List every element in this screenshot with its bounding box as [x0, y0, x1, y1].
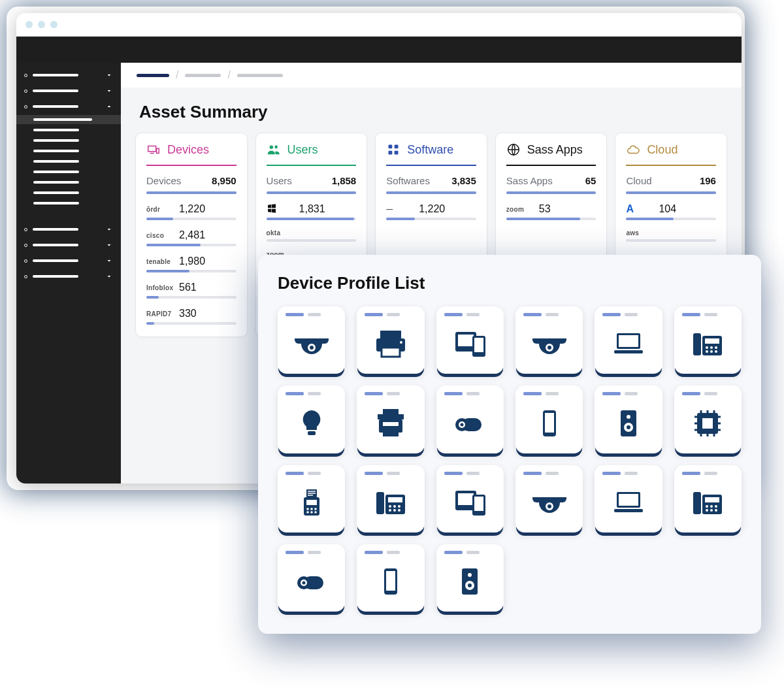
- card-row: ōrdr1,220: [146, 203, 237, 215]
- phone-desk-icon: [365, 479, 416, 526]
- window-dot[interactable]: [38, 21, 45, 28]
- profile-card-chip[interactable]: [674, 385, 742, 453]
- camera-bullet-icon: [286, 558, 337, 605]
- sidebar-item[interactable]: [16, 254, 121, 268]
- sidebar-item[interactable]: [16, 269, 121, 284]
- device-profile-panel: Device Profile List: [258, 255, 761, 634]
- vendor-logo: [267, 203, 293, 215]
- profile-card-bulb[interactable]: [278, 385, 345, 453]
- profile-card-smartphone[interactable]: [357, 544, 424, 612]
- mfp-icon: [365, 399, 416, 446]
- profile-card-camera-bullet[interactable]: [278, 544, 345, 612]
- row-value: 104: [659, 203, 676, 215]
- laptop-icon: [602, 479, 654, 526]
- page-title: Asset Summary: [121, 88, 742, 133]
- row-value: 2,481: [179, 229, 205, 241]
- chevron-up-icon: [105, 103, 113, 110]
- profile-card-mfp[interactable]: [357, 385, 424, 453]
- sidebar-item[interactable]: [16, 157, 121, 166]
- vendor-logo: tenable: [146, 258, 172, 265]
- vendor-logo: —: [386, 206, 412, 213]
- desktop-icon: [444, 320, 496, 367]
- sidebar-item[interactable]: [16, 136, 121, 145]
- breadcrumb-segment[interactable]: [237, 74, 283, 77]
- profile-card-camera-dome[interactable]: [278, 306, 345, 374]
- sidebar-item[interactable]: [16, 125, 121, 135]
- svg-rect-3: [395, 151, 399, 155]
- window-dot[interactable]: [25, 21, 33, 28]
- svg-rect-2: [389, 151, 393, 155]
- profile-card-camera-bullet[interactable]: [436, 385, 504, 453]
- vendor-logo: RAPID7: [146, 310, 172, 318]
- camera-bullet-icon: [444, 399, 496, 446]
- card-row: 1,831: [267, 203, 357, 215]
- phone-desk-icon: [682, 479, 734, 526]
- sidebar-item[interactable]: [16, 238, 121, 252]
- row-value: 1,220: [419, 203, 445, 215]
- window-dot[interactable]: [50, 21, 57, 28]
- pos-icon: [286, 479, 337, 526]
- smartphone-icon: [365, 558, 416, 605]
- profile-card-laptop[interactable]: [595, 465, 662, 532]
- card-title: Sass Apps: [527, 143, 583, 157]
- profile-card-pos[interactable]: [278, 465, 345, 532]
- sidebar-item[interactable]: [16, 68, 121, 82]
- vendor-logo: aws: [626, 229, 652, 237]
- vendor-logo: cisco: [146, 232, 172, 239]
- sidebar-item[interactable]: [16, 99, 121, 114]
- users-icon: [267, 142, 281, 157]
- svg-rect-1: [395, 145, 399, 149]
- profile-card-camera-dome[interactable]: [515, 306, 583, 374]
- card-title: Devices: [167, 143, 209, 157]
- topbar: [16, 37, 742, 63]
- sidebar-item[interactable]: [16, 188, 121, 197]
- sidebar-item[interactable]: [16, 199, 121, 208]
- profile-card-phone-desk[interactable]: [357, 465, 424, 532]
- profile-card-laptop[interactable]: [595, 306, 662, 374]
- sidebar-item[interactable]: [16, 178, 121, 187]
- vendor-logo: okta: [267, 229, 293, 237]
- sidebar-item[interactable]: [16, 115, 121, 124]
- vendor-logo: Infoblox: [146, 284, 172, 291]
- sidebar-item[interactable]: [16, 222, 121, 237]
- card-row: Infoblox561: [146, 282, 237, 293]
- speaker-icon: [444, 558, 496, 605]
- sidebar-item[interactable]: [16, 146, 121, 156]
- row-value: 1,220: [179, 203, 205, 215]
- chevron-down-icon: [105, 71, 113, 79]
- profile-card-printer[interactable]: [357, 306, 424, 374]
- sidebar-item[interactable]: [16, 167, 121, 176]
- chevron-down-icon: [105, 87, 113, 95]
- card-row: okta: [267, 229, 357, 237]
- globe-icon: [506, 142, 521, 157]
- profile-card-speaker[interactable]: [595, 385, 662, 453]
- profile-card-phone-desk[interactable]: [674, 465, 742, 532]
- software-icon: [386, 142, 400, 157]
- profile-card-phone-desk[interactable]: [674, 306, 742, 374]
- profile-card-speaker[interactable]: [436, 544, 504, 612]
- laptop-icon: [602, 320, 654, 367]
- printer-icon: [365, 320, 416, 367]
- card-title: Users: [287, 143, 318, 157]
- card-row: tenable1,980: [146, 255, 237, 267]
- panel-title: Device Profile List: [278, 273, 742, 293]
- card-row: cisco2,481: [146, 229, 237, 241]
- card-devices[interactable]: Devices Devices8,950 ōrdr1,220cisco2,481…: [135, 133, 248, 337]
- devices-icon: [146, 142, 161, 157]
- profile-card-desktop[interactable]: [436, 465, 504, 532]
- breadcrumb-segment[interactable]: [185, 74, 221, 77]
- sidebar-item[interactable]: [16, 84, 121, 98]
- vendor-logo: zoom: [506, 206, 532, 213]
- smartphone-icon: [523, 399, 575, 446]
- card-row: RAPID7330: [146, 308, 237, 319]
- vendor-logo: ōrdr: [146, 206, 172, 213]
- breadcrumb-segment[interactable]: [137, 74, 169, 77]
- card-title: Software: [407, 143, 453, 157]
- chip-icon: [682, 399, 734, 446]
- sidebar: [16, 63, 121, 483]
- row-value: 561: [179, 282, 197, 293]
- profile-card-desktop[interactable]: [436, 306, 504, 374]
- profile-card-smartphone[interactable]: [515, 385, 583, 453]
- card-title: Cloud: [647, 143, 678, 157]
- profile-card-camera-dome[interactable]: [515, 465, 583, 532]
